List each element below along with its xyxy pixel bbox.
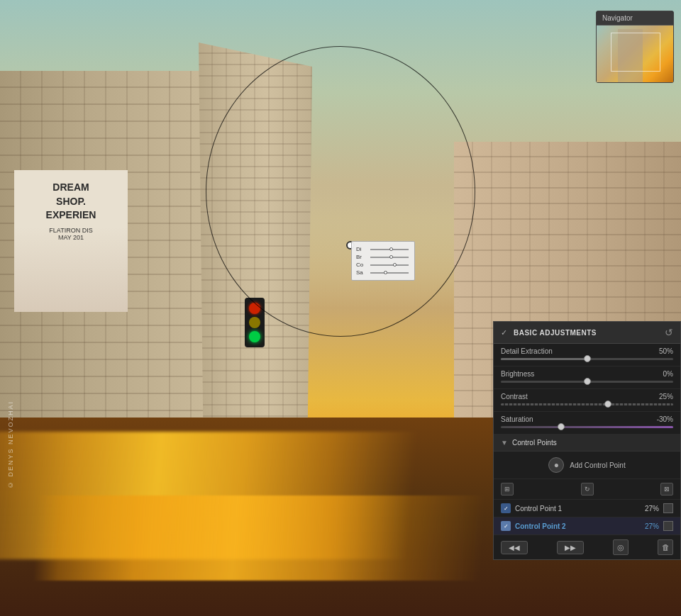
mini-slider-row-sa: Sa	[356, 269, 410, 276]
cp-toolbar: ⊞ ↻ ⊠	[494, 479, 680, 500]
traffic-light	[245, 298, 265, 347]
cp-bottom-toolbar: ◀◀ ▶▶ ◎ 🗑	[494, 535, 680, 559]
cp1-checkbox[interactable]: ✓	[501, 503, 511, 513]
detail-extraction-label: Detail Extraction	[501, 347, 553, 355]
bus-motion-blur-2	[33, 495, 534, 581]
saturation-label-row: Saturation -30%	[501, 415, 673, 423]
mini-sliders-popup: Di Br Co Sa	[351, 241, 415, 281]
brightness-label-row: Brightness 0%	[501, 370, 673, 378]
nav-preview-highlight	[611, 33, 660, 72]
panel-header: ✓ BASIC ADJUSTMENTS ↺	[494, 322, 680, 344]
billboard: DREAM SHOP. EXPERIEN FLATIRON DIS MAY 20…	[14, 170, 128, 312]
cp-bottom-left-btn[interactable]: ◀◀	[501, 541, 528, 554]
control-point-2-row: ✓ Control Point 2 27%	[494, 517, 680, 535]
control-point-1-row: ✓ Control Point 1 27%	[494, 500, 680, 517]
watermark: © DENYS NEVOZHAI	[7, 401, 14, 488]
traffic-light-yellow	[249, 317, 260, 328]
navigator-title-bar: Navigator	[597, 11, 673, 26]
brightness-slider[interactable]	[501, 381, 673, 383]
cp1-color-box	[663, 503, 673, 513]
adjustments-panel: ✓ BASIC ADJUSTMENTS ↺ Detail Extraction …	[493, 321, 681, 560]
control-points-collapse-icon[interactable]: ▼	[501, 439, 508, 447]
saturation-row: Saturation -30%	[494, 412, 680, 435]
detail-extraction-row: Detail Extraction 50%	[494, 344, 680, 366]
mini-slider-row-di: Di	[356, 246, 410, 252]
add-control-point-label[interactable]: Add Control Point	[570, 461, 625, 469]
panel-title: BASIC ADJUSTMENTS	[514, 329, 597, 337]
traffic-light-green	[249, 331, 260, 342]
cp-tool-icon-2[interactable]: ↻	[581, 483, 594, 495]
contrast-label-row: Contrast 25%	[501, 393, 673, 401]
cp-bottom-delete-icon[interactable]: 🗑	[658, 539, 673, 555]
brightness-value: 0%	[663, 370, 673, 378]
panel-header-left: ✓ BASIC ADJUSTMENTS	[501, 328, 597, 337]
control-points-title: Control Points	[512, 439, 557, 447]
cp-tool-icon-1[interactable]: ⊞	[501, 483, 514, 495]
cp2-name: Control Point 2	[515, 522, 641, 530]
add-control-point-circle-icon[interactable]: ●	[548, 457, 564, 473]
cp2-value: 27%	[645, 522, 659, 530]
panel-reset-icon[interactable]: ↺	[665, 327, 673, 338]
saturation-slider[interactable]	[501, 426, 673, 428]
traffic-light-red	[249, 303, 260, 314]
add-control-point-row: ● Add Control Point	[494, 452, 680, 479]
detail-extraction-value: 50%	[659, 347, 673, 355]
saturation-value: -30%	[657, 415, 673, 423]
detail-extraction-slider[interactable]	[501, 358, 673, 360]
cp1-value: 27%	[645, 505, 659, 513]
mini-slider-row-co: Co	[356, 262, 410, 268]
billboard-text: DREAM SHOP. EXPERIEN	[46, 181, 96, 223]
panel-check-icon[interactable]: ✓	[501, 328, 509, 337]
detail-extraction-label-row: Detail Extraction 50%	[501, 347, 673, 355]
contrast-row: Contrast 25%	[494, 389, 680, 412]
cp2-checkbox[interactable]: ✓	[501, 521, 511, 531]
cp2-color-box	[663, 521, 673, 531]
contrast-label: Contrast	[501, 393, 528, 401]
contrast-value: 25%	[659, 393, 673, 401]
cp-tool-icon-3[interactable]: ⊠	[660, 483, 673, 495]
cp1-name: Control Point 1	[515, 505, 641, 513]
control-points-header: ▼ Control Points	[494, 435, 680, 452]
billboard-model	[14, 227, 128, 312]
navigator-preview	[597, 26, 673, 82]
cp-bottom-target-icon[interactable]: ◎	[613, 539, 629, 555]
mini-slider-row-br: Br	[356, 254, 410, 260]
contrast-slider[interactable]	[501, 403, 673, 405]
navigator-panel: Navigator	[596, 11, 674, 83]
cp-bottom-center-btn[interactable]: ▶▶	[557, 541, 584, 554]
saturation-label: Saturation	[501, 415, 533, 423]
brightness-label: Brightness	[501, 370, 534, 378]
brightness-row: Brightness 0%	[494, 366, 680, 389]
